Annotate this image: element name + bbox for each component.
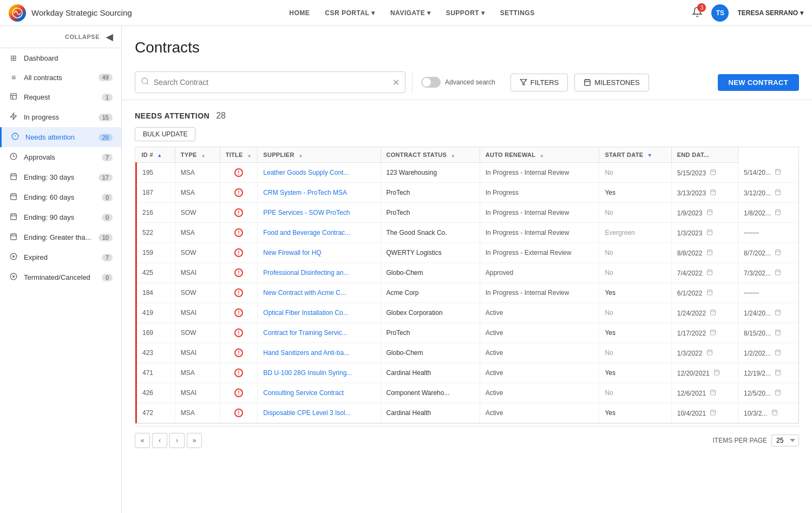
contract-title-link[interactable]: Food and Beverage Contrac... [263,229,350,236]
contract-title-link[interactable]: New Contract with Acme C... [263,289,346,297]
svg-rect-110 [715,370,719,375]
cell-end-date: 8/7/202... [738,243,798,263]
cell-title: Hand Sanitizers and Anti-ba... [258,343,381,363]
nav-navigate[interactable]: NAVIGATE ▾ [384,6,437,20]
cell-title: Optical Fiber Installation Co... [258,303,381,323]
sidebar-item-needs-attention[interactable]: Needs attention 28 [0,127,121,147]
svg-rect-34 [585,80,591,86]
alert-icon: ! [234,168,243,177]
sidebar-item-ending-greater[interactable]: Ending: Greater tha... 10 [0,227,121,247]
nav-settings[interactable]: SETTINGS [494,6,541,20]
contract-title-link[interactable]: Contract for Training Servic... [263,329,347,337]
svg-rect-94 [711,330,716,335]
chevron-down-icon: ▾ [800,9,803,17]
cell-supplier: ProTech [381,203,480,223]
alert-icon: ! [234,389,243,397]
sidebar-item-all-contracts[interactable]: ≡ All contracts 49 [0,68,121,87]
sidebar-collapse-button[interactable]: COLLAPSE ◀ [0,26,121,48]
cell-supplier: Globo-Chem [381,343,480,363]
sidebar-item-ending-90[interactable]: Ending: 90 days 0 [0,207,121,227]
svg-rect-102 [707,350,712,355]
cell-id: 216 [136,203,175,223]
cell-id: 472 [136,403,175,423]
svg-rect-1 [11,94,17,100]
filters-button[interactable]: FILTERS [510,74,568,91]
cell-auto-renewal: Yes [599,403,671,423]
notification-bell[interactable]: 3 [692,6,703,19]
sidebar-item-request[interactable]: Request 1 [0,87,121,107]
user-avatar[interactable]: TS [711,4,729,22]
last-page-button[interactable]: » [187,433,202,448]
cell-auto-renewal: No [599,203,671,223]
cell-title: Food and Beverage Contrac... [258,223,381,243]
pagination: « ‹ › » ITEMS PER PAGE 10 25 50 100 [135,426,799,455]
sort-icon: ▲ [540,153,545,158]
contract-title-link[interactable]: PPE Services - SOW ProTech [263,209,350,216]
svg-rect-122 [776,390,781,395]
first-page-button[interactable]: « [135,433,150,448]
search-input[interactable] [154,78,388,87]
cell-end-date: ------- [738,283,798,303]
table-header: ID # ▲ TYPE ▲ TITLE ▲ [136,147,798,163]
col-end-date[interactable]: END DAT... [671,147,738,163]
svg-rect-70 [776,250,781,255]
sidebar-item-dashboard[interactable]: ⊞ Dashboard [0,48,121,68]
col-auto-renewal[interactable]: AUTO RENEWAL ▲ [480,147,599,163]
contract-title-link[interactable]: Hand Sanitizers and Anti-ba... [263,349,349,357]
milestones-button[interactable]: MILESTONES [574,74,649,91]
contract-title-link[interactable]: Disposable CPE Level 3 Isol... [263,409,350,417]
contract-title-link[interactable]: Professional Disinfecting an... [263,269,349,277]
sidebar-item-expired[interactable]: Expired 7 [0,247,121,267]
nav-home[interactable]: HOME [283,6,316,20]
main-content: Contracts ✕ Advanced search FILTERS MI [122,26,812,513]
sidebar-item-ending-30[interactable]: Ending: 30 days 17 [0,167,121,187]
new-contract-button[interactable]: NEW CONTRACT [718,74,799,91]
calendar-icon [710,189,716,197]
advanced-search-switch[interactable] [421,77,441,88]
sidebar-item-approvals[interactable]: Approvals 7 [0,147,121,167]
calendar-icon [710,390,716,397]
cell-auto-renewal: Evergreen [599,223,671,243]
cell-start-date: 1/3/2022 [671,343,738,363]
user-name[interactable]: TERESA SERRANO ▾ [737,9,803,17]
alert-icon: ! [234,328,243,337]
search-clear-button[interactable]: ✕ [392,77,400,88]
col-start-date[interactable]: START DATE ▼ [599,147,671,163]
cell-start-date: 1/3/2023 [671,223,738,243]
approvals-icon [9,153,18,162]
cell-start-date: 12/20/2021 [671,363,738,383]
col-id[interactable]: ID # ▲ [136,147,175,163]
contract-title-link[interactable]: Optical Fiber Installation Co... [263,309,348,317]
cell-title: BD U-100 28G Insulin Syring... [258,363,381,383]
nav-csr-portal[interactable]: CSR PORTAL ▾ [318,6,382,20]
sidebar-item-in-progress[interactable]: In progress 15 [0,107,121,127]
sidebar-item-terminated[interactable]: Terminated/Canceled 0 [0,267,121,287]
cell-id: 187 [136,183,175,203]
svg-rect-86 [711,310,716,315]
col-status[interactable]: CONTRACT STATUS ▲ [381,147,480,163]
request-icon [9,93,18,102]
prev-page-button[interactable]: ‹ [152,433,167,448]
col-supplier[interactable]: SUPPLIER ▲ [258,147,381,163]
bulk-update-button[interactable]: BULK UPDATE [135,127,195,141]
cell-supplier: Component Wareho... [381,383,480,403]
sidebar-item-ending-60[interactable]: Ending: 60 days 0 [0,187,121,207]
next-page-button[interactable]: › [169,433,185,448]
calendar-icon [775,310,781,317]
contract-title-link[interactable]: New Firewall for HQ [263,249,321,256]
svg-rect-42 [776,169,781,174]
advanced-search-label: Advanced search [445,78,495,86]
col-title-label[interactable]: TITLE ▲ [220,147,258,163]
contract-title-link[interactable]: Consulting Service Contract [263,389,344,397]
calendar-icon [710,330,716,337]
contract-title-link[interactable]: Leather Goods Supply Cont... [263,169,349,176]
cell-id: 423 [136,343,175,363]
contract-title-link[interactable]: CRM System - ProTech MSA [263,189,347,196]
calendar-icon [771,410,778,417]
cell-type: MSAI [175,343,220,363]
items-per-page-select[interactable]: 10 25 50 100 [771,435,799,446]
contract-title-link[interactable]: BD U-100 28G Insulin Syring... [263,369,352,377]
cell-supplier: 123 Warehousing [381,163,480,183]
nav-support[interactable]: SUPPORT ▾ [440,6,492,20]
col-type[interactable]: TYPE ▲ [175,147,220,163]
